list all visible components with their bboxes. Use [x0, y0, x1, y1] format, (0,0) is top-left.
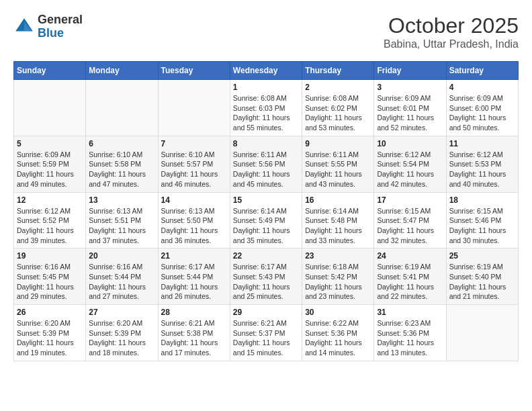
day-number: 1 [233, 83, 299, 92]
calendar-cell: 14Sunrise: 6:13 AMSunset: 5:50 PMDayligh… [158, 192, 230, 248]
day-number: 14 [161, 195, 227, 205]
calendar-cell: 28Sunrise: 6:21 AMSunset: 5:38 PMDayligh… [158, 305, 230, 361]
calendar-week-row: 1Sunrise: 6:08 AMSunset: 6:03 PMDaylight… [14, 80, 519, 136]
day-info: Sunrise: 6:21 AMSunset: 5:37 PMDaylight:… [233, 318, 299, 358]
day-number: 18 [449, 195, 515, 205]
calendar-cell: 20Sunrise: 6:16 AMSunset: 5:44 PMDayligh… [86, 248, 158, 305]
day-info: Sunrise: 6:16 AMSunset: 5:45 PMDaylight:… [17, 262, 83, 302]
day-info: Sunrise: 6:14 AMSunset: 5:49 PMDaylight:… [233, 206, 299, 246]
calendar-cell: 4Sunrise: 6:09 AMSunset: 6:00 PMDaylight… [446, 80, 518, 136]
calendar-cell: 30Sunrise: 6:22 AMSunset: 5:36 PMDayligh… [302, 305, 374, 361]
logo-blue-text: Blue [38, 27, 83, 40]
day-number: 6 [89, 139, 154, 148]
month-year: October 2025 [384, 13, 519, 38]
calendar-cell [86, 80, 158, 136]
weekday-header: Tuesday [158, 62, 230, 80]
day-info: Sunrise: 6:09 AMSunset: 6:01 PMDaylight:… [377, 93, 443, 133]
day-info: Sunrise: 6:23 AMSunset: 5:36 PMDaylight:… [377, 318, 443, 358]
day-info: Sunrise: 6:17 AMSunset: 5:43 PMDaylight:… [233, 262, 299, 302]
weekday-header: Wednesday [230, 62, 302, 80]
day-info: Sunrise: 6:12 AMSunset: 5:53 PMDaylight:… [449, 150, 515, 189]
day-number: 12 [17, 195, 83, 205]
calendar-table: SundayMondayTuesdayWednesdayThursdayFrid… [13, 61, 519, 361]
day-info: Sunrise: 6:08 AMSunset: 6:03 PMDaylight:… [233, 93, 299, 133]
weekday-header: Sunday [14, 62, 86, 80]
day-number: 11 [449, 139, 515, 148]
day-number: 27 [89, 308, 154, 317]
calendar-cell [158, 80, 230, 136]
calendar-cell: 25Sunrise: 6:19 AMSunset: 5:40 PMDayligh… [446, 248, 518, 305]
calendar-cell: 1Sunrise: 6:08 AMSunset: 6:03 PMDaylight… [230, 80, 302, 136]
day-info: Sunrise: 6:13 AMSunset: 5:51 PMDaylight:… [89, 206, 154, 246]
day-info: Sunrise: 6:19 AMSunset: 5:41 PMDaylight:… [377, 262, 443, 302]
logo-general-text: General [38, 13, 83, 27]
calendar-cell: 17Sunrise: 6:15 AMSunset: 5:47 PMDayligh… [374, 192, 446, 248]
day-info: Sunrise: 6:14 AMSunset: 5:48 PMDaylight:… [305, 206, 371, 246]
day-number: 5 [17, 139, 83, 148]
day-number: 20 [89, 251, 154, 261]
calendar-cell: 9Sunrise: 6:11 AMSunset: 5:55 PMDaylight… [302, 136, 374, 192]
day-info: Sunrise: 6:16 AMSunset: 5:44 PMDaylight:… [89, 262, 154, 302]
calendar-cell: 29Sunrise: 6:21 AMSunset: 5:37 PMDayligh… [230, 305, 302, 361]
calendar-header-row: SundayMondayTuesdayWednesdayThursdayFrid… [14, 62, 519, 80]
day-info: Sunrise: 6:10 AMSunset: 5:57 PMDaylight:… [161, 150, 227, 189]
calendar-cell: 7Sunrise: 6:10 AMSunset: 5:57 PMDaylight… [158, 136, 230, 192]
calendar-cell: 24Sunrise: 6:19 AMSunset: 5:41 PMDayligh… [374, 248, 446, 305]
calendar-week-row: 12Sunrise: 6:12 AMSunset: 5:52 PMDayligh… [14, 192, 519, 248]
day-info: Sunrise: 6:08 AMSunset: 6:02 PMDaylight:… [305, 93, 371, 133]
calendar-cell: 16Sunrise: 6:14 AMSunset: 5:48 PMDayligh… [302, 192, 374, 248]
logo: General Blue [13, 13, 83, 40]
day-info: Sunrise: 6:17 AMSunset: 5:44 PMDaylight:… [161, 262, 227, 302]
calendar-cell: 31Sunrise: 6:23 AMSunset: 5:36 PMDayligh… [374, 305, 446, 361]
calendar-cell: 13Sunrise: 6:13 AMSunset: 5:51 PMDayligh… [86, 192, 158, 248]
day-info: Sunrise: 6:09 AMSunset: 6:00 PMDaylight:… [449, 93, 515, 133]
day-number: 25 [449, 251, 515, 261]
calendar-week-row: 5Sunrise: 6:09 AMSunset: 5:59 PMDaylight… [14, 136, 519, 192]
day-number: 30 [305, 308, 371, 317]
calendar-cell [446, 305, 518, 361]
day-number: 10 [377, 139, 443, 148]
calendar-cell: 26Sunrise: 6:20 AMSunset: 5:39 PMDayligh… [14, 305, 86, 361]
day-number: 7 [161, 139, 227, 148]
day-info: Sunrise: 6:22 AMSunset: 5:36 PMDaylight:… [305, 318, 371, 358]
calendar-cell: 2Sunrise: 6:08 AMSunset: 6:02 PMDaylight… [302, 80, 374, 136]
day-number: 31 [377, 308, 443, 317]
day-info: Sunrise: 6:20 AMSunset: 5:39 PMDaylight:… [17, 318, 83, 358]
title-block: October 2025 Babina, Uttar Pradesh, Indi… [384, 13, 519, 50]
weekday-header: Monday [86, 62, 158, 80]
day-info: Sunrise: 6:19 AMSunset: 5:40 PMDaylight:… [449, 262, 515, 302]
calendar-cell: 15Sunrise: 6:14 AMSunset: 5:49 PMDayligh… [230, 192, 302, 248]
day-number: 26 [17, 308, 83, 317]
calendar-cell: 6Sunrise: 6:10 AMSunset: 5:58 PMDaylight… [86, 136, 158, 192]
weekday-header: Saturday [446, 62, 518, 80]
weekday-header: Friday [374, 62, 446, 80]
calendar-cell: 23Sunrise: 6:18 AMSunset: 5:42 PMDayligh… [302, 248, 374, 305]
day-number: 19 [17, 251, 83, 261]
day-info: Sunrise: 6:11 AMSunset: 5:55 PMDaylight:… [305, 150, 371, 189]
calendar-cell: 21Sunrise: 6:17 AMSunset: 5:44 PMDayligh… [158, 248, 230, 305]
calendar-week-row: 19Sunrise: 6:16 AMSunset: 5:45 PMDayligh… [14, 248, 519, 305]
day-number: 23 [305, 251, 371, 261]
day-info: Sunrise: 6:09 AMSunset: 5:59 PMDaylight:… [17, 150, 83, 189]
calendar-cell: 3Sunrise: 6:09 AMSunset: 6:01 PMDaylight… [374, 80, 446, 136]
day-info: Sunrise: 6:15 AMSunset: 5:47 PMDaylight:… [377, 206, 443, 246]
day-number: 28 [161, 308, 227, 317]
calendar-cell: 5Sunrise: 6:09 AMSunset: 5:59 PMDaylight… [14, 136, 86, 192]
day-info: Sunrise: 6:21 AMSunset: 5:38 PMDaylight:… [161, 318, 227, 358]
calendar-cell: 8Sunrise: 6:11 AMSunset: 5:56 PMDaylight… [230, 136, 302, 192]
day-number: 2 [305, 83, 371, 92]
day-number: 8 [233, 139, 299, 148]
calendar-cell: 11Sunrise: 6:12 AMSunset: 5:53 PMDayligh… [446, 136, 518, 192]
day-info: Sunrise: 6:20 AMSunset: 5:39 PMDaylight:… [89, 318, 154, 358]
day-number: 13 [89, 195, 154, 205]
day-info: Sunrise: 6:13 AMSunset: 5:50 PMDaylight:… [161, 206, 227, 246]
day-info: Sunrise: 6:11 AMSunset: 5:56 PMDaylight:… [233, 150, 299, 189]
day-info: Sunrise: 6:12 AMSunset: 5:54 PMDaylight:… [377, 150, 443, 189]
weekday-header: Thursday [302, 62, 374, 80]
day-number: 24 [377, 251, 443, 261]
location: Babina, Uttar Pradesh, India [384, 38, 519, 50]
day-number: 3 [377, 83, 443, 92]
day-number: 17 [377, 195, 443, 205]
day-number: 16 [305, 195, 371, 205]
calendar-cell: 27Sunrise: 6:20 AMSunset: 5:39 PMDayligh… [86, 305, 158, 361]
